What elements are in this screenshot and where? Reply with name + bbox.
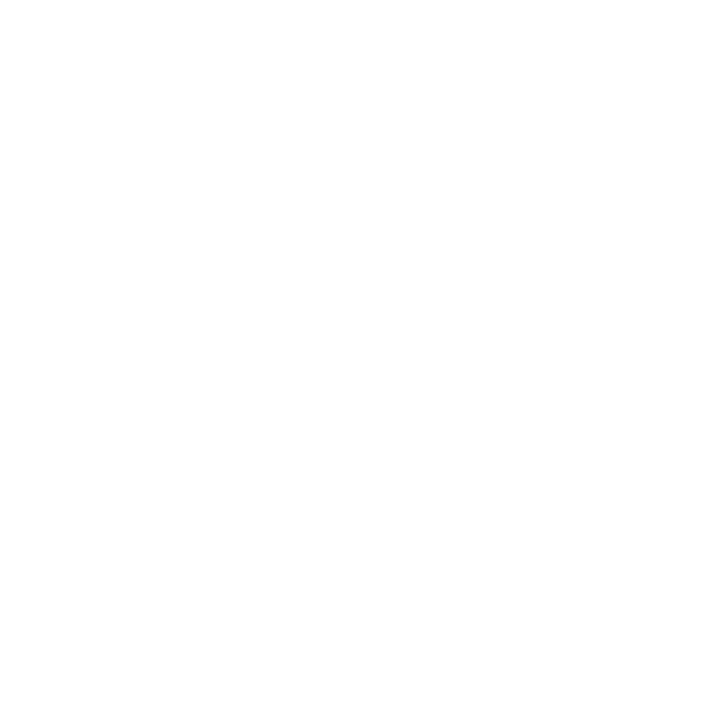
bottleneck-chart [0,0,728,728]
chart-container [0,0,728,728]
